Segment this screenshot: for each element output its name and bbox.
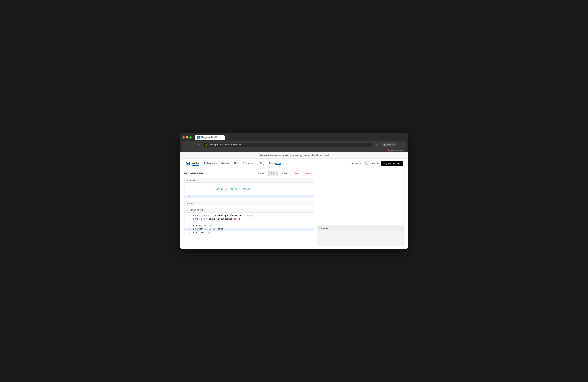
incognito-label: Incognito [386,144,395,146]
login-button[interactable]: Log in [372,162,378,165]
signup-button[interactable]: Sign up for free [381,161,403,166]
maximize-window-button[interactable] [189,136,192,138]
editor-panel: PLAYGROUND Format Run Share Clear Reset … [184,171,314,246]
html-section-header[interactable]: ▼ HTML [185,178,314,183]
minimize-window-button[interactable] [186,136,188,138]
theme-button[interactable]: ◑ Theme [351,162,361,165]
js-line-3: 3 [185,221,314,224]
html-arrow-icon: ▼ [187,179,189,181]
line-number: 5 [187,228,190,231]
playground-area: PLAYGROUND Format Run Share Clear Reset … [180,168,408,249]
bookmarks-label[interactable]: 🔖 All Bookmarks [387,149,403,151]
run-button[interactable]: Run [268,171,278,176]
js-section-header[interactable]: ▼ JAVASCRIPT [185,208,314,212]
new-tab-button[interactable]: + [225,135,229,140]
html-code-body[interactable]: 1 <canvas id="canvas"></canvas> 2 [185,183,314,199]
output-panel: Console [317,171,404,246]
active-tab[interactable]: M Playground | MDN × [195,135,225,140]
code-content: <canvas id="canvas"></canvas> [193,184,312,195]
playground-title: PLAYGROUND [184,172,203,175]
main-nav: References Guides Plus Curriculum Blog T… [204,162,346,165]
nav-plus[interactable]: Plus [233,162,238,165]
incognito-icon: 🕵 [383,144,386,146]
search-icon: 🔍 [365,162,368,165]
canvas-preview-area [317,171,403,226]
line-number: 2 [187,195,190,198]
line-number: 4 [187,224,190,227]
mdn-logo[interactable]: mdn [185,160,199,166]
nav-guides[interactable]: Guides [221,162,229,165]
banner: Get real-time assistance with your codin… [180,152,408,159]
lock-icon: 🔒 [205,144,208,146]
tab-close-button[interactable]: × [220,136,222,138]
reload-button[interactable]: ↻ [197,143,201,147]
css-section-label: CSS [189,202,194,205]
js-section: ▼ JAVASCRIPT 1 const canvas = document.q… [184,208,314,236]
address-bar: ‹ › ↻ 🔒 developer.mozilla.org/en-US/play… [183,141,405,148]
canvas-output [319,173,327,187]
js-line-1: 1 const canvas = document.querySelector(… [185,214,314,217]
star-button[interactable]: ☆ [375,142,380,147]
js-line-2: 2 const ctx = canvas.getContext("2d"); [185,217,314,221]
format-button[interactable]: Format [255,171,267,176]
search-button[interactable]: 🔍 [364,160,370,166]
css-arrow-icon: ▶ [187,203,188,204]
code-content: ctx.beginPath(); [193,224,312,228]
nav-blog[interactable]: Blog [259,162,265,165]
tab-title: Playground | MDN [201,136,218,138]
html-line-1: 1 <canvas id="canvas"></canvas> [185,184,314,195]
console-panel: Console [317,226,403,246]
line-number: 1 [187,184,190,187]
close-window-button[interactable] [183,136,185,138]
reset-button[interactable]: Reset [303,171,314,176]
css-section: ▶ CSS [184,201,314,206]
code-content: const canvas = document.querySelector("c… [193,214,312,217]
menu-button[interactable]: ⋮ [398,142,403,147]
playground-header: PLAYGROUND Format Run Share Clear Reset [184,171,314,176]
url-text: developer.mozilla.org/en-US/play [209,143,241,146]
site-header: mdn References Guides Plus Curriculum Bl… [180,159,408,168]
browser-window: M Playground | MDN × + ‹ › ↻ 🔒 developer… [180,133,408,249]
browser-chrome: M Playground | MDN × + ‹ › ↻ 🔒 developer… [180,133,408,152]
tools-new-badge: NEW [275,163,281,165]
line-number: 2 [187,217,190,221]
bookmarks-bar: 🔖 All Bookmarks [183,148,405,152]
page-content: Get real-time assistance with your codin… [180,152,408,249]
code-content: const ctx = canvas.getContext("2d"); [193,217,312,221]
mdn-logo-icon [185,160,191,166]
js-arrow-icon: ▼ [187,209,189,211]
html-section-label: HTML [189,179,196,181]
console-header: Console [317,226,403,231]
title-bar: M Playground | MDN × + [183,135,405,140]
back-button[interactable]: ‹ [185,143,189,147]
js-line-6: 6 ctx.stroke(); [185,231,314,235]
playground-actions: Format Run Share Clear Reset [255,171,314,176]
code-content: ctx.rect(0, 0, 50, 100); [193,228,312,231]
js-code-body[interactable]: 1 const canvas = document.querySelector(… [185,212,314,236]
nav-references[interactable]: References [204,162,217,165]
tab-favicon: M [197,136,200,138]
js-line-5: 5 ctx.rect(0, 0, 50, 100); [185,228,314,231]
js-line-4: 4 ctx.beginPath(); [185,224,314,228]
line-number: 3 [187,221,190,224]
html-section: ▼ HTML 1 <canvas id="canvas"></canvas> 2 [184,178,314,199]
incognito-badge: 🕵 Incognito [381,143,397,147]
nav-curriculum[interactable]: Curriculum [243,162,255,165]
forward-button[interactable]: › [191,143,195,147]
share-button[interactable]: Share [279,171,290,176]
header-right: ◑ Theme 🔍 Log in Sign up for free [351,160,403,166]
nav-tools[interactable]: ToolsNEW [269,162,281,165]
tab-bar: M Playground | MDN × + [195,135,405,140]
banner-text-end: now! [323,154,329,157]
line-number: 1 [187,214,190,217]
console-body [317,231,403,246]
js-section-label: JAVASCRIPT [189,209,203,211]
url-bar[interactable]: 🔒 developer.mozilla.org/en-US/play [203,143,373,147]
css-section-header[interactable]: ▶ CSS [185,201,314,206]
bookmarks-icon: 🔖 [387,149,390,151]
clear-button[interactable]: Clear [291,171,302,176]
mdn-logo-text: mdn [192,162,199,165]
html-line-2: 2 [185,195,314,198]
ai-help-link[interactable]: AI Help [315,154,323,157]
traffic-lights [183,136,192,138]
